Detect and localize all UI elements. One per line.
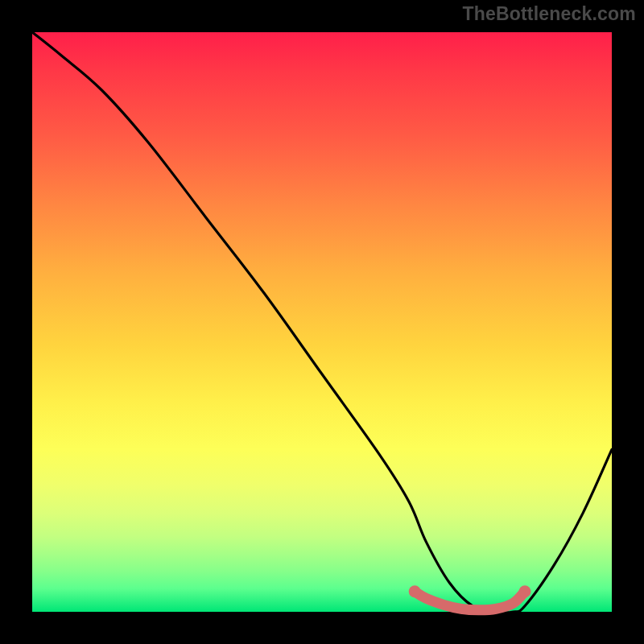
chart-frame: TheBottleneck.com xyxy=(0,0,644,644)
highlight-end-dot xyxy=(409,585,421,597)
watermark-text: TheBottleneck.com xyxy=(462,3,636,25)
highlight-band-path xyxy=(415,592,525,610)
curve-layer xyxy=(32,32,612,612)
bottleneck-curve-path xyxy=(32,32,612,613)
plot-area xyxy=(32,32,612,612)
highlight-end-dot xyxy=(519,585,531,597)
